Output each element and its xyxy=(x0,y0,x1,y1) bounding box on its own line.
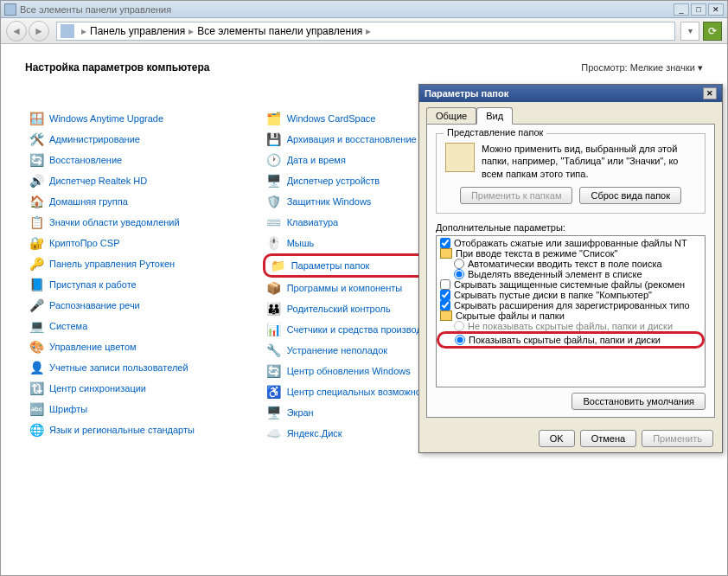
cp-item-label: Центр синхронизации xyxy=(49,383,146,394)
restore-defaults-button[interactable]: Восстановить умолчания xyxy=(572,393,706,410)
tree-item-label: Отображать сжатые или зашифрованные файл… xyxy=(454,238,687,248)
cp-item-icon: 📘 xyxy=(29,277,44,292)
cp-item-label: Дата и время xyxy=(287,155,346,165)
cp-item-icon: 💾 xyxy=(266,131,282,147)
cp-item-icon: 🛡️ xyxy=(266,194,282,209)
cp-item-label: Учетные записи пользователей xyxy=(49,362,188,373)
cp-item-icon: 🔄 xyxy=(29,152,44,168)
tab-general[interactable]: Общие xyxy=(426,107,476,124)
tree-checkbox[interactable] xyxy=(440,300,450,310)
cp-item[interactable]: 🌐Язык и региональные стандарты xyxy=(25,419,228,440)
advanced-settings-tree[interactable]: Отображать сжатые или зашифрованные файл… xyxy=(436,235,706,387)
cp-item-label: Экран xyxy=(287,407,314,418)
dialog-tabs: Общие Вид xyxy=(419,102,722,124)
cp-item-icon: 📦 xyxy=(266,280,282,296)
cp-item[interactable]: 🔐КриптоПро CSP xyxy=(25,233,228,253)
tree-item[interactable]: Автоматически вводить текст в поле поиск… xyxy=(438,259,703,269)
cp-item-icon: 🔊 xyxy=(29,173,44,189)
cp-item-icon: 🔄 xyxy=(266,363,282,379)
tree-item[interactable]: Отображать сжатые или зашифрованные файл… xyxy=(438,238,703,248)
cp-item-label: Язык и региональные стандарты xyxy=(49,425,195,435)
cp-item[interactable]: 📘Приступая к работе xyxy=(25,274,228,295)
maximize-button[interactable]: □ xyxy=(691,3,706,16)
tree-item[interactable]: При вводе текста в режиме "Список" xyxy=(438,248,703,259)
breadcrumb-item-2[interactable]: Все элементы панели управления xyxy=(197,25,362,37)
tree-item[interactable]: Скрывать расширения для зарегистрированн… xyxy=(438,300,703,310)
cp-item-label: Администрирование xyxy=(49,134,140,144)
cp-item-label: Архивация и восстановление xyxy=(287,134,417,144)
close-button[interactable]: ✕ xyxy=(708,3,724,16)
dialog-button-bar: OK Отмена Применить xyxy=(419,425,722,452)
cp-item[interactable]: 🔃Центр синхронизации xyxy=(25,378,228,399)
cp-item[interactable]: 👤Учетные записи пользователей xyxy=(25,357,228,378)
cp-item-label: Windows Anytime Upgrade xyxy=(49,113,163,124)
cp-item-label: Значки области уведомлений xyxy=(49,217,180,227)
view-value[interactable]: Мелкие значки xyxy=(630,62,695,73)
cp-item[interactable]: 🛠️Администрирование xyxy=(25,129,228,150)
cp-item-icon: 🖥️ xyxy=(266,173,282,189)
folder-options-dialog: Параметры папок ✕ Общие Вид Представлени… xyxy=(418,84,723,453)
cp-item-icon: 📊 xyxy=(266,322,282,337)
tree-radio[interactable] xyxy=(455,335,465,345)
cp-item[interactable]: 🔑Панель управления Рутокен xyxy=(25,253,228,274)
breadcrumb-icon xyxy=(61,24,74,38)
cp-item-label: Мышь xyxy=(287,238,315,248)
tree-checkbox[interactable] xyxy=(440,279,450,290)
folder-icon xyxy=(440,310,452,321)
cp-item[interactable]: 💻Система xyxy=(25,316,228,336)
tree-radio[interactable] xyxy=(454,259,464,269)
ok-button[interactable]: OK xyxy=(539,430,575,447)
tree-item[interactable]: Скрывать защищенные системные файлы (рек… xyxy=(438,279,703,290)
dialog-title: Параметры папок xyxy=(425,88,508,99)
tree-item[interactable]: Скрывать пустые диски в папке "Компьютер… xyxy=(438,290,703,300)
tree-checkbox[interactable] xyxy=(440,290,450,300)
forward-button[interactable]: ► xyxy=(29,21,49,42)
group-text: Можно применить вид, выбранный для этой … xyxy=(482,143,696,180)
tree-item-label: Не показывать скрытые файлы, папки и дис… xyxy=(468,321,673,331)
cp-item-icon: 🪟 xyxy=(29,111,44,126)
cp-item-label: Диспетчер Realtek HD xyxy=(49,176,147,186)
cp-item[interactable]: 🔊Диспетчер Realtek HD xyxy=(25,170,228,191)
cancel-button[interactable]: Отмена xyxy=(580,430,636,447)
minimize-button[interactable]: _ xyxy=(674,3,689,16)
cp-item[interactable]: 🔤Шрифты xyxy=(25,399,228,419)
tree-item[interactable]: Показывать скрытые файлы, папки и диски xyxy=(437,331,705,349)
tree-item-label: Скрывать защищенные системные файлы (рек… xyxy=(454,279,685,290)
breadcrumb-sep: ▸ xyxy=(188,25,194,37)
app-icon xyxy=(4,3,16,16)
view-label: Просмотр: xyxy=(581,62,627,73)
apply-button[interactable]: Применить xyxy=(642,430,713,447)
chevron-down-icon[interactable]: ▾ xyxy=(698,62,703,73)
tree-checkbox[interactable] xyxy=(440,238,450,248)
cp-item[interactable]: 🎨Управление цветом xyxy=(25,336,228,357)
cp-item[interactable]: 🎤Распознавание речи xyxy=(25,295,228,316)
back-button[interactable]: ◄ xyxy=(6,21,27,42)
cp-item-icon: ⌨️ xyxy=(266,214,282,230)
group-title: Представление папок xyxy=(444,127,546,138)
tree-item[interactable]: Скрытые файлы и папки xyxy=(438,310,703,321)
tab-view[interactable]: Вид xyxy=(476,107,513,125)
cp-item[interactable]: 📋Значки области уведомлений xyxy=(25,212,228,233)
cp-item[interactable]: 🪟Windows Anytime Upgrade xyxy=(25,108,228,129)
cp-item-label: Счетчики и средства производите xyxy=(287,324,437,335)
apply-to-folders-button[interactable]: Применить к папкам xyxy=(460,187,573,204)
cp-item[interactable]: 🏠Домашняя группа xyxy=(25,191,228,212)
tree-radio[interactable] xyxy=(454,321,464,331)
advanced-label: Дополнительные параметры: xyxy=(436,222,706,233)
breadcrumb-sep: ▸ xyxy=(81,25,86,37)
cp-item-label: Центр специальных возможностей xyxy=(287,387,441,397)
cp-item-icon: 🛠️ xyxy=(29,131,44,147)
breadcrumb-dropdown[interactable]: ▾ xyxy=(680,22,699,41)
tree-item[interactable]: Выделять введенный элемент в списке xyxy=(438,269,703,279)
refresh-button[interactable]: ⟳ xyxy=(703,22,722,41)
window-buttons: _ □ ✕ xyxy=(674,3,724,16)
breadcrumb-item-1[interactable]: Панель управления xyxy=(90,25,185,37)
cp-item-icon: 🖱️ xyxy=(266,235,282,251)
cp-item-label: Распознавание речи xyxy=(49,300,140,310)
breadcrumb[interactable]: ▸ Панель управления ▸ Все элементы панел… xyxy=(56,22,675,41)
tree-item[interactable]: Не показывать скрытые файлы, папки и дис… xyxy=(438,321,703,331)
reset-folders-button[interactable]: Сброс вида папок xyxy=(579,187,681,204)
dialog-close-button[interactable]: ✕ xyxy=(703,87,717,99)
cp-item[interactable]: 🔄Восстановление xyxy=(25,150,228,170)
tree-radio[interactable] xyxy=(454,269,464,279)
